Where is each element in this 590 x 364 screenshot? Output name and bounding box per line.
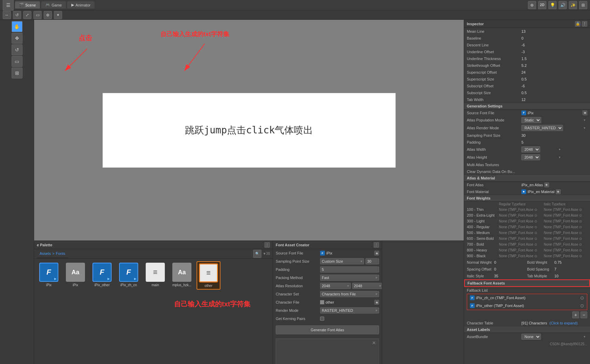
fw-row-item: 800 - Heavy None (TMP_Font Asse ⊙ None (… (464, 247, 590, 253)
extra-fields: Normal Weight 0 Bold Weight 0.75 Spacing… (464, 259, 590, 279)
add-fallback-btn[interactable]: + (572, 311, 579, 318)
move-tool-left[interactable]: ✥ (12, 33, 23, 44)
main-content: ✋ ✥ ↺ ▭ ⊞ 跳跃jump点击click气体喷出 点击 自己输入生成的tx… (0, 20, 590, 364)
svg-line-1 (65, 49, 87, 71)
font-creator-menu[interactable]: ⋮ (374, 242, 379, 248)
light-btn[interactable]: 💡 (548, 1, 557, 9)
rect-tool-left[interactable]: ▭ (12, 56, 23, 67)
char-file-pick[interactable]: ◉ (374, 300, 379, 305)
insp-atlas-render-label: Atlas Render Mode (467, 126, 521, 130)
render-mode-label: Render Mode (276, 308, 320, 312)
scene-and-palette: 跳跃jump点击click气体喷出 点击 自己输入生成的txt字符集 (34, 20, 464, 364)
inspector-title: Inspector (467, 22, 484, 26)
asset-item-other[interactable]: ≡ other (197, 261, 220, 290)
fallback-item-icon: F (470, 303, 475, 308)
rotate-tool-left[interactable]: ↺ (12, 44, 23, 55)
insp-font-atlas-pick[interactable]: ◉ (544, 183, 549, 187)
inspector-menu[interactable]: ⋮ (582, 21, 587, 27)
packing-select[interactable]: Fast (320, 275, 379, 281)
source-font-label: Source Font File (276, 251, 320, 255)
transform-tool[interactable]: ⊕ (44, 11, 52, 19)
sampling-value: Custom Size (320, 258, 379, 264)
insp-font-material-label: Font Material (467, 190, 521, 194)
hamburger-icon[interactable]: ☰ (3, 0, 14, 11)
asset-item-ipix-zh[interactable]: F ▶ iPix_zh_cn (117, 261, 141, 290)
hand-tool[interactable]: ✋ (12, 21, 23, 32)
char-table-row[interactable]: Character Table [91] Characters (Click t… (464, 320, 590, 326)
padding-input[interactable] (320, 266, 379, 273)
tab-animator[interactable]: ▶ Animator (67, 1, 95, 9)
fallback-item[interactable]: F iPix_zh_cn (TMP_Font Asset) ⊙ (467, 294, 587, 302)
insp-atlas-height: Atlas Height 2048 (464, 154, 590, 161)
fallback-items: F iPix_zh_cn (TMP_Font Asset) ⊙ F iPix_o… (467, 294, 587, 310)
asset-icon-ipix: F ▶ (39, 263, 58, 282)
asset-item-ipix-aa[interactable]: Aa iPix (63, 261, 87, 290)
sampling-size-input[interactable] (365, 258, 379, 264)
asset-item-main[interactable]: ≡ main (143, 261, 167, 290)
search-btn[interactable]: 🔍 (253, 250, 261, 258)
tab-game[interactable]: 🎮 Game (41, 1, 66, 9)
rect-tool[interactable]: ▭ (33, 11, 42, 19)
generate-btn[interactable]: Generate Font Atlas (276, 325, 379, 334)
source-font-pick[interactable]: ◉ (374, 251, 379, 256)
fx-btn[interactable]: ✨ (569, 1, 577, 9)
snap-tool[interactable]: ⊞ (12, 68, 23, 78)
grid-btn[interactable]: ⊞ (579, 1, 587, 9)
move-tool[interactable]: ↔ (3, 11, 11, 19)
fallback-item-remove[interactable]: ⊙ (580, 295, 584, 301)
palette-menu[interactable]: ⋮ (264, 242, 270, 248)
source-font-icon: F (320, 251, 325, 256)
asset-bundle-select[interactable]: None (521, 334, 541, 340)
asset-item-ipix[interactable]: F ▶ iPix (37, 261, 61, 290)
insp-multi-atlas-label: Multi Atlas Textures (467, 163, 521, 167)
char-set-select[interactable]: Characters from File (320, 291, 379, 297)
asset-item-mplus[interactable]: Aa mplus_hzk... (170, 261, 194, 290)
fallback-item[interactable]: F iPix_other (TMP_Font Asset) ⊙ (467, 302, 587, 310)
rotate-tool[interactable]: ↺ (13, 11, 21, 19)
insp-metric-baseline: Baseline0 (464, 35, 590, 42)
insp-metric-underline-offset: Underline Offset-3 (464, 48, 590, 55)
fallback-item-remove[interactable]: ⊙ (580, 303, 584, 308)
insp-font-atlas-label: Font Atlas (467, 183, 521, 187)
render-mode-select[interactable]: RASTER_HINTED (320, 307, 379, 314)
insp-atlas-w-select[interactable]: 2048 (521, 146, 540, 152)
insp-font-material-pick[interactable]: ◉ (556, 189, 561, 194)
asset-icon-main: ≡ (146, 263, 165, 282)
atlas-h-select[interactable]: 2048 (352, 283, 382, 289)
svg-line-2 (184, 44, 205, 71)
insp-metric-descent-line: Descent Line-6 (464, 42, 590, 48)
asset-label-ipix-zh: iPix_zh_cn (120, 283, 137, 287)
padding-value (320, 266, 379, 273)
kerning-checkbox[interactable] (320, 317, 324, 321)
insp-atlas-pop-select[interactable]: Static (521, 117, 541, 123)
insp-metric-tab-width: Tab Width12 (464, 96, 590, 103)
atlas-w-select[interactable]: 2048 (320, 283, 351, 289)
custom-tool[interactable]: ✦ (54, 11, 62, 19)
progress-area: ✕ (276, 338, 379, 364)
gizmo-btn[interactable]: ⊕ (528, 1, 536, 9)
asset-item-ipix-other[interactable]: F ▶ iPix_other (90, 261, 114, 290)
asset-label-other: other (205, 284, 213, 288)
scale-tool[interactable]: ⤢ (23, 11, 31, 19)
fw-row-item: 100 - Thin None (TMP_Font Asse ⊙ None (T… (464, 207, 590, 213)
insp-multi-atlas: Multi Atlas Textures (464, 161, 590, 168)
audio-btn[interactable]: 🔊 (559, 1, 567, 9)
fw-rows: 100 - Thin None (TMP_Font Asse ⊙ None (T… (464, 207, 590, 259)
progress-close[interactable]: ✕ (372, 340, 376, 346)
insp-source-pick[interactable]: ◉ (582, 111, 587, 115)
insp-metric-subscript-size: Subscript Size0.5 (464, 89, 590, 96)
breadcrumb-fonts[interactable]: Fonts (56, 251, 65, 256)
insp-metric-subscript-offset: Subscript Offset-6 (464, 83, 590, 89)
2d-btn[interactable]: 2D (538, 1, 546, 9)
sampling-select[interactable]: Custom Size (320, 258, 364, 264)
tab-scene[interactable]: 🎬 Scene (15, 1, 40, 9)
insp-sampling-label: Sampling Point Size (467, 133, 521, 137)
padding-label: Padding (276, 267, 320, 272)
insp-atlas-h-select[interactable]: 2048 (521, 154, 540, 160)
remove-fallback-btn[interactable]: − (580, 311, 587, 318)
breadcrumb-assets[interactable]: Assets (40, 251, 51, 256)
insp-atlas-render-select[interactable]: RASTER_HINTED (521, 125, 563, 131)
bottom-section: e Palette ⋮ Assets > Fonts 🔍 ▼38 (34, 241, 464, 364)
font-weights-section: Font Weights (464, 195, 590, 202)
inspector-lock[interactable]: 🔒 (575, 21, 580, 27)
